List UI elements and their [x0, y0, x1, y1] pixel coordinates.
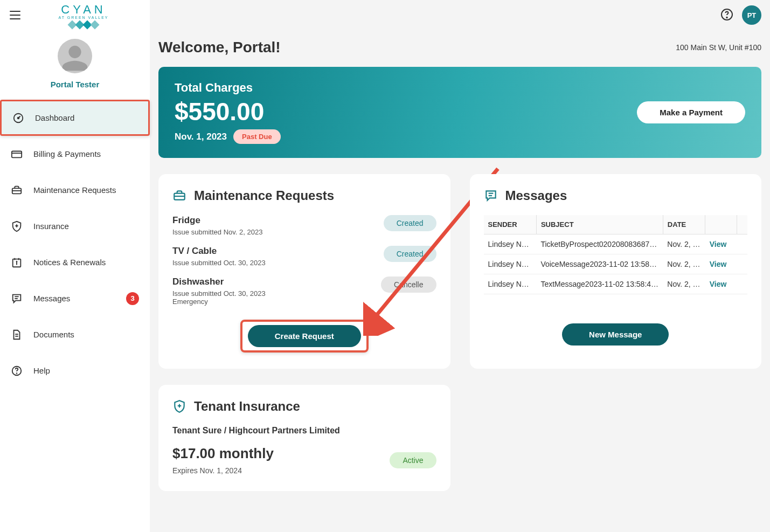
charges-date: Nov. 1, 2023 [175, 132, 227, 142]
request-title: Dishwasher [172, 277, 372, 287]
user-initials: PT [747, 11, 757, 19]
messages-table: SENDER SUBJECT DATE Lindsey Nae… TicketB… [484, 215, 748, 294]
cell-sender: Lindsey Nae… [484, 274, 537, 294]
table-header [705, 215, 737, 234]
svg-rect-2 [12, 151, 22, 157]
table-header[interactable]: SENDER [484, 215, 537, 234]
table-header [737, 215, 747, 234]
svg-point-12 [17, 261, 17, 261]
request-title: TV / Cable [172, 246, 375, 257]
sidebar-item-billing[interactable]: Billing & Payments [0, 136, 150, 172]
request-meta: Emergency [172, 298, 372, 306]
help-icon [11, 365, 23, 377]
address: 100 Main St W, Unit #100 [676, 43, 761, 52]
cell-sender: Lindsey Nae… [484, 234, 537, 254]
profile-section: Portal Tester [0, 30, 150, 100]
maintenance-item[interactable]: Dishwasher Issue submitted Oct. 30, 2023… [172, 277, 436, 306]
view-link[interactable]: View [710, 280, 727, 288]
shield-icon [172, 399, 186, 413]
status-badge: Created [384, 215, 436, 231]
table-row[interactable]: Lindsey Nae… TextMessage2023-11-02 13:58… [484, 274, 748, 294]
sidebar-item-label: Notices & Renewals [33, 258, 139, 267]
card-title: Maintenance Requests [194, 188, 334, 203]
sidebar-item-label: Insurance [33, 222, 139, 231]
cell-date: Nov. 2, 2… [663, 274, 705, 294]
logo-subtext: AT GREEN VALLEY [58, 16, 108, 19]
user-avatar-chip[interactable]: PT [742, 5, 761, 25]
message-icon [484, 189, 498, 203]
logo-text: CYAN [58, 3, 108, 17]
maintenance-item[interactable]: TV / Cable Issue submitted Oct. 30, 2023… [172, 246, 436, 267]
svg-point-1 [18, 117, 19, 119]
view-link[interactable]: View [710, 260, 727, 268]
make-payment-button[interactable]: Make a Payment [637, 101, 745, 123]
request-meta: Issue submitted Nov. 2, 2023 [172, 228, 375, 236]
avatar[interactable] [58, 39, 92, 73]
help-button[interactable] [718, 6, 736, 25]
sidebar: CYAN AT GREEN VALLEY Portal Tester D [0, 0, 150, 532]
cell-date: Nov. 2, 2… [663, 254, 705, 274]
status-badge: Past Due [233, 129, 281, 144]
calendar-icon [11, 257, 23, 268]
status-badge: Cancelle [381, 277, 436, 293]
logo-diamonds-icon [58, 22, 108, 28]
profile-name: Portal Tester [0, 80, 150, 89]
svg-point-20 [726, 17, 727, 18]
table-header[interactable]: SUBJECT [536, 215, 663, 234]
charges-label: Total Charges [175, 81, 281, 95]
card-title: Tenant Insurance [194, 399, 300, 414]
insurance-expiry: Expires Nov. 1, 2024 [172, 466, 274, 475]
dashboard-icon [12, 112, 24, 124]
maintenance-item[interactable]: Fridge Issue submitted Nov. 2, 2023 Crea… [172, 215, 436, 236]
sidebar-item-messages[interactable]: Messages 3 [0, 280, 150, 316]
logo: CYAN AT GREEN VALLEY [24, 3, 143, 28]
toolbox-icon [172, 189, 186, 203]
status-badge: Active [390, 452, 436, 468]
sidebar-item-label: Maintenance Requests [33, 185, 139, 195]
table-row[interactable]: Lindsey Nae… TicketByProspect02020808368… [484, 234, 748, 254]
cell-subject: TextMessage2023-11-02 13:58:49… [536, 274, 663, 294]
sidebar-item-dashboard[interactable]: Dashboard [0, 100, 150, 136]
document-icon [11, 329, 23, 341]
view-link[interactable]: View [710, 240, 727, 248]
maintenance-card: Maintenance Requests Fridge Issue submit… [158, 174, 450, 369]
card-icon [11, 148, 23, 160]
toolbox-icon [11, 184, 23, 196]
sidebar-item-label: Help [33, 366, 139, 375]
charges-amount: $550.00 [175, 97, 281, 126]
sidebar-item-help[interactable]: Help [0, 353, 150, 389]
charges-banner: Total Charges $550.00 Nov. 1, 2023 Past … [158, 67, 761, 158]
menu-button[interactable] [6, 8, 24, 23]
badge: 3 [126, 292, 139, 305]
insurance-price: $17.00 monthly [172, 445, 274, 462]
table-row[interactable]: Lindsey Nae… VoiceMessage2023-11-02 13:5… [484, 254, 748, 274]
request-title: Fridge [172, 215, 375, 226]
hamburger-icon [10, 11, 20, 19]
sidebar-item-insurance[interactable]: Insurance [0, 208, 150, 244]
sidebar-item-label: Billing & Payments [33, 149, 139, 158]
svg-point-18 [17, 373, 17, 374]
cell-subject: TicketByProspect020208083687<t… [536, 234, 663, 254]
sidebar-item-maintenance[interactable]: Maintenance Requests [0, 172, 150, 208]
request-meta: Issue submitted Oct. 30, 2023 [172, 259, 375, 267]
sidebar-item-label: Dashboard [35, 113, 137, 122]
shield-icon [11, 220, 23, 232]
card-title: Messages [505, 188, 567, 203]
page-title: Welcome, Portal! [158, 39, 281, 56]
insurance-card: Tenant Insurance Tenant Sure / Highcourt… [158, 385, 450, 491]
message-icon [11, 293, 23, 305]
cell-subject: VoiceMessage2023-11-02 13:58:5… [536, 254, 663, 274]
sidebar-item-notices[interactable]: Notices & Renewals [0, 244, 150, 280]
messages-card: Messages SENDER SUBJECT DATE [470, 174, 762, 369]
sidebar-item-label: Messages [33, 294, 115, 303]
status-badge: Created [384, 246, 436, 262]
table-header[interactable]: DATE [663, 215, 705, 234]
create-request-button[interactable]: Create Request [248, 325, 361, 347]
help-circle-icon [720, 8, 733, 21]
cell-date: Nov. 2, 2… [663, 234, 705, 254]
annotation-highlight: Create Request [240, 320, 369, 353]
sidebar-item-documents[interactable]: Documents [0, 316, 150, 353]
sidebar-item-label: Documents [33, 330, 139, 339]
nav: Dashboard Billing & Payments Maintenance… [0, 100, 150, 399]
new-message-button[interactable]: New Message [562, 323, 669, 346]
